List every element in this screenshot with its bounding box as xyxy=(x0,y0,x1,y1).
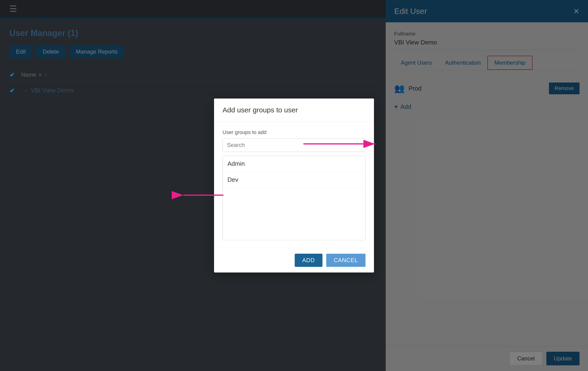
group-list: Admin Dev xyxy=(222,156,366,240)
modal-header: Add user groups to user xyxy=(214,99,374,122)
modal-overlay: Add user groups to user User groups to a… xyxy=(0,0,588,371)
group-list-item-admin[interactable]: Admin xyxy=(223,156,365,172)
modal-field-label: User groups to add xyxy=(222,129,366,135)
modal-add-button[interactable]: ADD xyxy=(295,254,323,267)
search-input[interactable] xyxy=(222,138,366,152)
modal-title: Add user groups to user xyxy=(222,106,366,114)
modal-body: User groups to add Admin Dev xyxy=(214,122,374,248)
modal-footer: ADD CANCEL xyxy=(214,248,374,272)
modal-cancel-button[interactable]: CANCEL xyxy=(326,254,366,267)
group-list-item-dev[interactable]: Dev xyxy=(223,172,365,188)
modal: Add user groups to user User groups to a… xyxy=(214,99,374,272)
